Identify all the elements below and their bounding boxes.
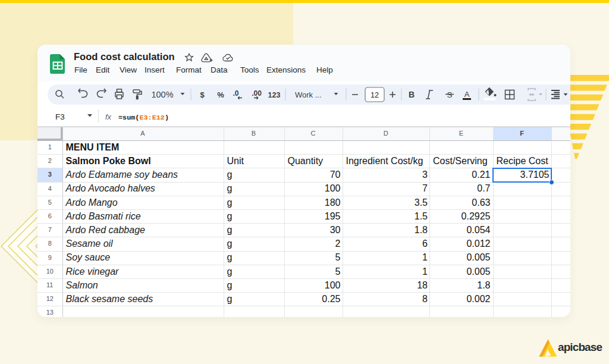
svg-text:.00: .00 [252, 89, 262, 98]
svg-text:12: 12 [371, 91, 379, 99]
svg-text:%: % [217, 90, 224, 99]
svg-text:123: 123 [268, 91, 281, 99]
svg-text:S: S [447, 90, 452, 99]
svg-text:Work ...: Work ... [295, 90, 322, 99]
svg-text:100%: 100% [151, 90, 173, 99]
svg-text:B: B [409, 90, 415, 99]
svg-text:$: $ [200, 90, 205, 99]
svg-text:.0: .0 [233, 89, 238, 98]
svg-text:A: A [464, 90, 470, 99]
